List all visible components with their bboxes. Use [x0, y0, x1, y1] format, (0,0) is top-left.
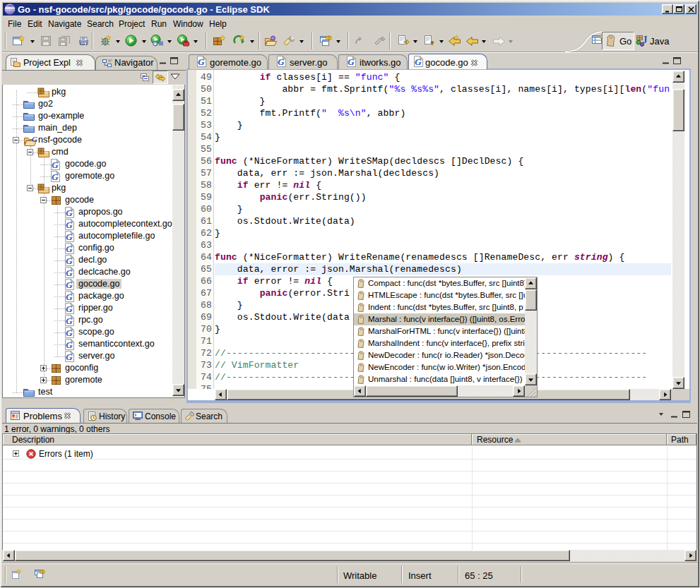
svg-text:G: G [66, 328, 73, 338]
svg-text:G: G [348, 56, 355, 67]
svg-text:G: G [52, 172, 59, 182]
svg-text:G: G [66, 268, 73, 278]
svg-text:G: G [278, 56, 285, 67]
svg-text:G: G [66, 352, 73, 362]
svg-text:G: G [66, 304, 73, 314]
svg-text:G: G [66, 208, 73, 218]
svg-text:G: G [415, 56, 422, 67]
svg-text:G: G [66, 220, 73, 230]
svg-text:G: G [198, 56, 205, 67]
svg-text:G: G [66, 280, 73, 290]
svg-text:G: G [52, 160, 59, 170]
svg-text:G: G [66, 340, 73, 350]
svg-text:G: G [66, 244, 73, 254]
svg-text:0: 0 [328, 35, 331, 40]
svg-text:0: 0 [42, 570, 44, 574]
svg-text:G: G [66, 232, 73, 242]
svg-text:G: G [66, 292, 73, 302]
svg-text:G: G [66, 316, 73, 326]
svg-text:G: G [66, 256, 73, 266]
